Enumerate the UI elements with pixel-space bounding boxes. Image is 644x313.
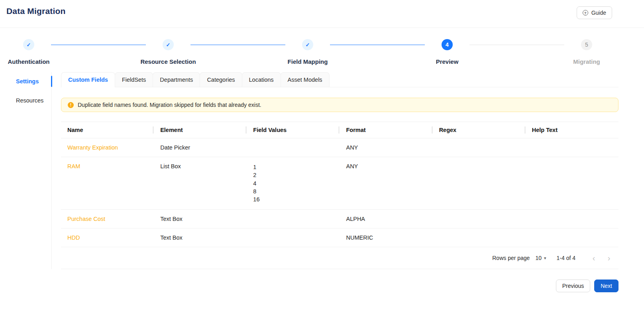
name-cell: Warranty Expiration (61, 138, 154, 157)
table-row: HDD Text Box NUMERIC (61, 228, 618, 247)
table-footer: Rows per page 10 ▾ 1-4 of 4 ‹ › (61, 247, 618, 269)
field-value: 4 (253, 179, 333, 187)
column-header-name: Name (61, 122, 154, 138)
field-value: 1 (253, 163, 333, 171)
guide-button-label: Guide (591, 10, 606, 16)
step-label: Migrating (573, 58, 600, 65)
help-text-cell (526, 157, 618, 210)
help-text-cell (526, 210, 618, 228)
step-number: 4 (442, 39, 453, 50)
tab-departments[interactable]: Departments (153, 72, 200, 87)
tab-fieldsets[interactable]: FieldSets (115, 72, 153, 87)
check-icon: ✓ (163, 39, 174, 50)
step-label: Resource Selection (140, 58, 196, 65)
page-header: Data Migration ? Guide (0, 0, 644, 28)
field-name-link[interactable]: Purchase Cost (67, 216, 105, 222)
column-header-regex: Regex (433, 122, 526, 138)
column-header-format: Format (340, 122, 432, 138)
field-values-cell (247, 138, 340, 157)
step-connector (469, 45, 564, 45)
tabbar: Custom Fields FieldSets Departments Cate… (61, 72, 618, 87)
check-icon: ✓ (23, 39, 34, 50)
main-layout: Settings Resources Custom Fields FieldSe… (0, 72, 644, 269)
help-text-cell (526, 138, 618, 157)
field-value: 16 (253, 195, 333, 203)
check-icon: ✓ (302, 39, 313, 50)
stepper: ✓ Authentication ✓ Resource Selection ✓ … (0, 28, 644, 65)
column-header-field-values: Field Values (247, 122, 340, 138)
field-values-cell: 1 2 4 8 16 (247, 157, 340, 210)
field-name-link[interactable]: HDD (67, 234, 80, 241)
previous-button[interactable]: Previous (556, 280, 590, 292)
rows-per-page-value: 10 (535, 255, 542, 261)
field-value: 8 (253, 187, 333, 195)
pagination-prev-button[interactable]: ‹ (587, 252, 600, 264)
regex-cell (433, 157, 526, 210)
table-header-row: Name Element Field Values Format Regex H… (61, 122, 618, 138)
caret-down-icon: ▾ (544, 256, 546, 261)
element-cell: Text Box (154, 228, 247, 247)
step-resource-selection[interactable]: ✓ Resource Selection (146, 39, 190, 65)
field-values-cell (247, 210, 340, 228)
step-connector (51, 45, 146, 45)
chevron-right-icon: › (608, 254, 611, 262)
warning-icon: ! (68, 102, 74, 108)
tab-asset-models[interactable]: Asset Models (281, 72, 330, 87)
step-preview[interactable]: 4 Preview (425, 39, 469, 65)
step-label: Field Mapping (288, 58, 328, 65)
field-name-link[interactable]: Warranty Expiration (67, 144, 118, 151)
step-label: Preview (436, 58, 459, 65)
regex-cell (433, 138, 526, 157)
field-value: 2 (253, 171, 333, 179)
format-cell: ALPHA (340, 210, 432, 228)
wizard-actions: Previous Next (0, 269, 644, 292)
help-text-cell (526, 228, 618, 247)
format-cell: ANY (340, 157, 432, 210)
field-name-link[interactable]: RAM (67, 163, 80, 169)
pagination-next-button[interactable]: › (603, 252, 615, 264)
step-authentication[interactable]: ✓ Authentication (6, 39, 51, 65)
name-cell: RAM (61, 157, 154, 210)
name-cell: HDD (61, 228, 154, 247)
step-number: 5 (581, 39, 592, 50)
step-connector (330, 45, 425, 45)
sidebar-item-settings[interactable]: Settings (0, 75, 51, 88)
content: Custom Fields FieldSets Departments Cate… (61, 72, 618, 269)
column-header-help-text: Help Text (526, 122, 618, 138)
warning-banner-message: Duplicate field names found. Migration s… (78, 102, 261, 108)
chevron-left-icon: ‹ (593, 254, 595, 262)
custom-fields-table: Name Element Field Values Format Regex H… (61, 122, 618, 247)
table-row: Purchase Cost Text Box ALPHA (61, 210, 618, 228)
element-cell: Text Box (154, 210, 247, 228)
table-row: RAM List Box 1 2 4 8 16 ANY (61, 157, 618, 210)
element-cell: Date Picker (154, 138, 247, 157)
next-button[interactable]: Next (594, 280, 618, 292)
element-cell: List Box (154, 157, 247, 210)
sidebar-item-resources[interactable]: Resources (0, 94, 51, 107)
regex-cell (433, 210, 526, 228)
sidebar: Settings Resources (0, 72, 52, 269)
tab-categories[interactable]: Categories (200, 72, 242, 87)
rows-per-page-label: Rows per page (492, 255, 530, 261)
step-field-mapping[interactable]: ✓ Field Mapping (285, 39, 330, 65)
step-connector (190, 45, 285, 45)
question-circle-icon: ? (583, 10, 588, 16)
column-header-element: Element (154, 122, 247, 138)
table-row: Warranty Expiration Date Picker ANY (61, 138, 618, 157)
pagination-range: 1-4 of 4 (557, 255, 575, 261)
format-cell: NUMERIC (340, 228, 432, 247)
tab-custom-fields[interactable]: Custom Fields (61, 72, 115, 87)
field-values-cell (247, 228, 340, 247)
name-cell: Purchase Cost (61, 210, 154, 228)
format-cell: ANY (340, 138, 432, 157)
page-title: Data Migration (6, 6, 66, 16)
tab-locations[interactable]: Locations (242, 72, 281, 87)
guide-button[interactable]: ? Guide (577, 6, 612, 19)
step-migrating: 5 Migrating (564, 39, 609, 65)
warning-banner: ! Duplicate field names found. Migration… (61, 98, 618, 112)
regex-cell (433, 228, 526, 247)
step-label: Authentication (8, 58, 50, 65)
rows-per-page-select[interactable]: 10 ▾ (535, 255, 546, 261)
